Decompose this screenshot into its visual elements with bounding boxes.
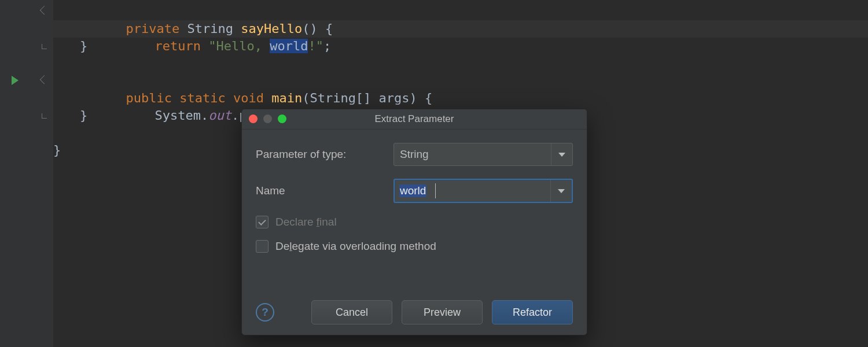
field-ref: out [208,108,231,123]
code-line[interactable]: } [80,38,87,55]
text-caret [435,183,436,198]
dialog-title: Extract Parameter [375,113,454,125]
fold-handle-icon[interactable] [35,3,53,20]
editor-gutter [0,0,53,347]
zoom-icon[interactable] [278,115,286,123]
preview-button[interactable]: Preview [402,300,483,324]
checkbox-icon[interactable] [256,240,269,253]
code-line[interactable]: private String sayHello() { [80,3,333,20]
keyword: return [155,39,200,53]
code-line[interactable]: System.out.println(new HelloWorld().sayH… [109,90,523,107]
code-line[interactable]: } [53,142,61,159]
refactor-button[interactable]: Refactor [492,300,573,324]
dialog-body: Parameter of type: String Name world Dec… [242,129,587,335]
param-type-label: Parameter of type: [256,148,393,161]
chevron-down-icon [558,153,565,157]
string: !" [308,39,323,53]
dialog-footer: ? Cancel Preview Refactor [256,300,573,324]
code-line[interactable]: } [80,107,87,124]
punct: ; [323,39,331,53]
combo-arrow[interactable] [551,143,572,165]
name-row: Name world [256,179,573,203]
declare-final-label: Declare final [275,216,337,228]
fold-end-icon [35,107,53,124]
checkbox-icon[interactable] [256,216,269,228]
name-combo[interactable]: world [393,179,573,203]
param-type-row: Parameter of type: String [256,143,573,166]
code-line[interactable]: public static void main(String[] args) { [80,72,432,90]
code-line[interactable]: return "Hello, world!"; [109,20,331,38]
punct: . [201,108,208,123]
fold-handle-icon[interactable] [35,72,53,90]
string: "Hello, [201,39,270,53]
param-type-combo[interactable]: String [393,143,573,166]
minimize-icon [263,115,272,123]
dialog-titlebar[interactable]: Extract Parameter [242,109,587,130]
name-value: world [399,184,426,197]
delegate-checkbox[interactable]: Delegate via overloading method [256,240,573,253]
delegate-label: Delegate via overloading method [275,240,436,253]
combo-arrow[interactable] [550,180,572,202]
name-label: Name [256,184,393,197]
declare-final-checkbox[interactable]: Declare final [256,216,573,228]
cancel-button[interactable]: Cancel [311,300,392,324]
selection: world [270,39,308,53]
param-type-value: String [394,148,429,161]
close-icon[interactable] [249,115,258,123]
class-ref: System [155,108,200,123]
help-button[interactable]: ? [256,303,274,322]
run-gutter-icon[interactable] [12,76,19,85]
fold-end-icon [35,38,53,55]
window-controls [249,115,286,123]
chevron-down-icon [558,189,565,193]
extract-parameter-dialog: Extract Parameter Parameter of type: Str… [241,109,587,335]
